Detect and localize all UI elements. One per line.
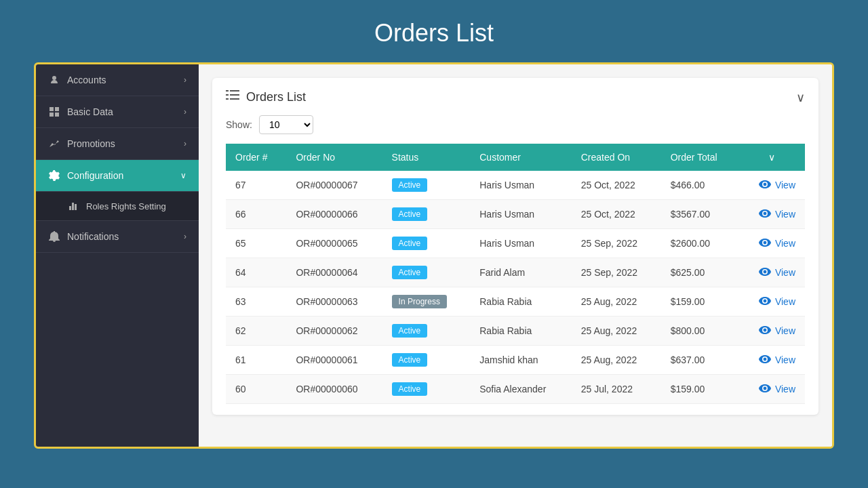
configuration-chevron-icon: ∨: [180, 171, 186, 180]
promotions-icon: [48, 138, 60, 150]
table-row: 60 OR#00000060 Active Sofia Alexander 25…: [226, 375, 805, 404]
view-icon: [759, 383, 771, 395]
cell-actions: View: [739, 317, 805, 346]
svg-rect-3: [55, 113, 59, 117]
view-link[interactable]: View: [775, 238, 795, 249]
svg-rect-9: [230, 98, 239, 100]
show-row: Show: 10 25 50 100: [226, 115, 805, 134]
orders-table: Order # Order No Status Customer Created…: [226, 144, 805, 404]
basic-data-icon: [48, 106, 60, 118]
table-row: 62 OR#00000062 Active Rabia Rabia 25 Aug…: [226, 317, 805, 346]
sidebar: Accounts › Basic Data › Promotions ›: [36, 64, 199, 447]
main-container: Accounts › Basic Data › Promotions ›: [34, 62, 834, 449]
cell-order-no: OR#00000063: [286, 287, 382, 317]
svg-rect-0: [50, 107, 54, 111]
accounts-icon: [48, 74, 60, 86]
list-icon: [226, 89, 239, 106]
cell-created-on: 25 Sep, 2022: [572, 258, 661, 287]
notifications-chevron-icon: ›: [184, 232, 186, 241]
view-link[interactable]: View: [775, 209, 795, 220]
col-customer: Customer: [470, 144, 571, 171]
col-order-num: Order #: [226, 144, 286, 171]
cell-order-total: $159.00: [661, 287, 739, 317]
sidebar-item-promotions[interactable]: Promotions ›: [36, 128, 199, 160]
svg-rect-7: [230, 94, 239, 96]
sidebar-item-accounts[interactable]: Accounts ›: [36, 64, 199, 96]
view-icon: [759, 354, 771, 366]
table-row: 63 OR#00000063 In Progress Rabia Rabia 2…: [226, 287, 805, 317]
view-icon: [759, 237, 771, 249]
promotions-chevron-icon: ›: [184, 139, 186, 148]
view-icon: [759, 296, 771, 308]
cell-status: Active: [382, 171, 471, 200]
cell-order-num: 65: [226, 229, 286, 258]
sidebar-item-notifications[interactable]: Notifications ›: [36, 221, 199, 253]
status-badge: Active: [392, 353, 428, 367]
panel-title: Orders List: [226, 89, 306, 106]
show-label: Show:: [226, 119, 252, 130]
sidebar-notifications-label: Notifications: [67, 231, 119, 242]
sidebar-basic-data-label: Basic Data: [67, 106, 113, 117]
sidebar-item-basic-data[interactable]: Basic Data ›: [36, 96, 199, 128]
cell-order-no: OR#00000064: [286, 258, 382, 287]
cell-order-total: $637.00: [661, 346, 739, 375]
cell-actions: View: [739, 200, 805, 229]
orders-panel: Orders List ∨ Show: 10 25 50 100 Order #: [212, 78, 818, 415]
view-icon: [759, 266, 771, 279]
cell-created-on: 25 Aug, 2022: [572, 346, 661, 375]
view-link[interactable]: View: [775, 180, 795, 190]
cell-actions: View: [739, 258, 805, 287]
col-order-no: Order No: [286, 144, 382, 171]
notifications-icon: [48, 230, 60, 243]
table-row: 64 OR#00000064 Active Farid Alam 25 Sep,…: [226, 258, 805, 287]
status-badge: Active: [392, 324, 428, 338]
table-header-row: Order # Order No Status Customer Created…: [226, 144, 805, 171]
cell-order-total: $159.00: [661, 375, 739, 404]
sidebar-item-configuration[interactable]: Configuration ∨: [36, 160, 199, 192]
status-badge: Active: [392, 382, 428, 396]
col-status: Status: [382, 144, 471, 171]
cell-created-on: 25 Aug, 2022: [572, 317, 661, 346]
roles-rights-icon: [67, 200, 79, 212]
show-select[interactable]: 10 25 50 100: [259, 115, 313, 134]
panel-header: Orders List ∨: [226, 89, 805, 106]
sidebar-roles-rights-label: Roles Rights Setting: [86, 201, 166, 211]
svg-rect-1: [55, 107, 59, 111]
cell-actions: View: [739, 346, 805, 375]
basic-data-chevron-icon: ›: [184, 107, 186, 117]
col-order-total: Order Total: [661, 144, 739, 171]
cell-customer: Haris Usman: [470, 200, 571, 229]
cell-status: Active: [382, 375, 471, 404]
status-badge: Active: [392, 207, 428, 221]
status-badge: Active: [392, 266, 428, 279]
cell-customer: Haris Usman: [470, 229, 571, 258]
view-link[interactable]: View: [775, 384, 795, 394]
view-link[interactable]: View: [775, 325, 795, 336]
cell-order-num: 66: [226, 200, 286, 229]
svg-rect-4: [226, 90, 229, 92]
sidebar-item-roles-rights[interactable]: Roles Rights Setting: [36, 192, 199, 221]
cell-status: Active: [382, 229, 471, 258]
col-created-on: Created On: [572, 144, 661, 171]
view-link[interactable]: View: [775, 267, 795, 278]
cell-order-no: OR#00000061: [286, 346, 382, 375]
cell-order-total: $2600.00: [661, 229, 739, 258]
cell-order-num: 67: [226, 171, 286, 200]
panel-title-text: Orders List: [246, 90, 306, 104]
cell-order-no: OR#00000062: [286, 317, 382, 346]
panel-collapse-button[interactable]: ∨: [796, 90, 805, 105]
svg-rect-2: [50, 113, 54, 117]
cell-order-total: $466.00: [661, 171, 739, 200]
cell-order-no: OR#00000065: [286, 229, 382, 258]
table-row: 61 OR#00000061 Active Jamshid khan 25 Au…: [226, 346, 805, 375]
cell-customer: Rabia Rabia: [470, 287, 571, 317]
cell-order-num: 60: [226, 375, 286, 404]
svg-rect-8: [226, 98, 229, 100]
cell-order-num: 62: [226, 317, 286, 346]
cell-status: In Progress: [382, 287, 471, 317]
view-link[interactable]: View: [775, 354, 795, 365]
view-icon: [759, 179, 771, 191]
cell-order-total: $3567.00: [661, 200, 739, 229]
view-link[interactable]: View: [775, 296, 795, 307]
actions-chevron-icon: ∨: [768, 152, 775, 163]
